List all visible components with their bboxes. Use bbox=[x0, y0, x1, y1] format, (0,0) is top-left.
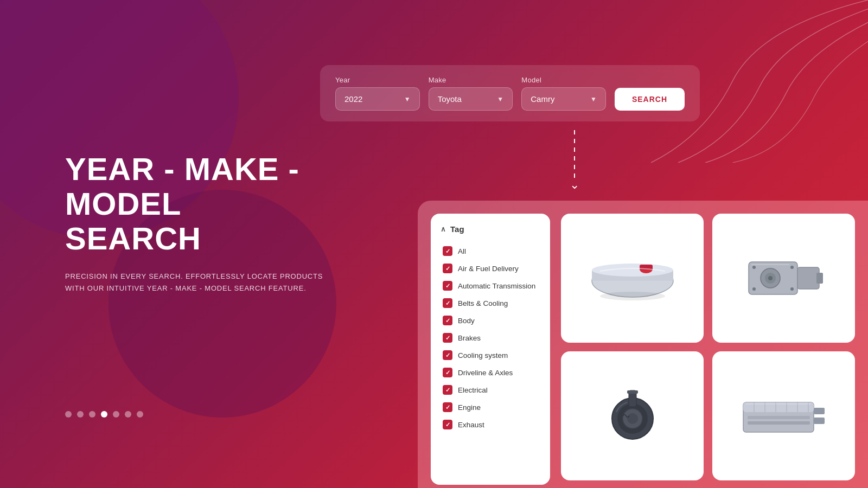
svg-point-13 bbox=[752, 287, 756, 291]
tag-label-driveline: Driveline & Axles bbox=[458, 369, 513, 377]
arrow-down-icon: ⌄ bbox=[570, 178, 579, 192]
make-select[interactable]: Toyota ▼ bbox=[429, 87, 513, 111]
right-panel: ∧ Tag All Air & Fuel Delivery Automatic … bbox=[418, 201, 868, 488]
tag-label-brakes: Brakes bbox=[458, 334, 481, 342]
year-label: Year bbox=[335, 76, 420, 84]
svg-rect-21 bbox=[627, 390, 638, 394]
fuel-tank-image bbox=[561, 214, 704, 343]
svg-rect-31 bbox=[814, 418, 825, 424]
tag-item-driveline[interactable]: Driveline & Axles bbox=[441, 364, 540, 381]
make-field-group: Make Toyota ▼ bbox=[429, 76, 513, 111]
product-card-thermostat[interactable] bbox=[561, 351, 704, 480]
tag-item-brakes[interactable]: Brakes bbox=[441, 329, 540, 346]
hero-title-line2: SEARCH bbox=[65, 221, 201, 256]
tag-checkbox-engine[interactable] bbox=[443, 402, 452, 412]
tag-item-cooling[interactable]: Cooling system bbox=[441, 346, 540, 364]
svg-rect-33 bbox=[748, 421, 810, 425]
year-value: 2022 bbox=[344, 94, 362, 104]
svg-point-14 bbox=[790, 287, 794, 291]
tag-item-air-fuel[interactable]: Air & Fuel Delivery bbox=[441, 260, 540, 277]
svg-rect-30 bbox=[814, 408, 825, 414]
tag-item-all[interactable]: All bbox=[441, 242, 540, 260]
hero-title: YEAR - MAKE - MODEL SEARCH bbox=[65, 152, 380, 255]
dot-4[interactable] bbox=[101, 411, 107, 418]
tag-item-engine[interactable]: Engine bbox=[441, 399, 540, 416]
product-cards-grid bbox=[561, 214, 855, 480]
tag-checkbox-electrical[interactable] bbox=[443, 385, 452, 395]
tag-checkbox-air-fuel[interactable] bbox=[443, 264, 452, 273]
dot-1[interactable] bbox=[65, 411, 72, 418]
tag-item-body[interactable]: Body bbox=[441, 312, 540, 329]
tag-label-air-fuel: Air & Fuel Delivery bbox=[458, 265, 519, 273]
model-field-group: Model Camry ▼ bbox=[521, 76, 606, 111]
product-card-battery[interactable] bbox=[712, 351, 855, 480]
tag-label-belts: Belts & Cooling bbox=[458, 299, 508, 307]
tag-item-auto-trans[interactable]: Automatic Transmission bbox=[441, 277, 540, 294]
hero-title-line1: YEAR - MAKE - MODEL bbox=[65, 151, 299, 221]
tag-label-exhaust: Exhaust bbox=[458, 421, 484, 429]
year-select[interactable]: 2022 ▼ bbox=[335, 87, 420, 111]
dot-6[interactable] bbox=[125, 411, 131, 418]
tag-item-electrical[interactable]: Electrical bbox=[441, 381, 540, 399]
hero-content: YEAR - MAKE - MODEL SEARCH PRECISION IN … bbox=[65, 152, 380, 295]
tag-header-label: Tag bbox=[450, 224, 464, 234]
model-value: Camry bbox=[531, 94, 554, 104]
search-panel: Year 2022 ▼ Make Toyota ▼ Model Camry ▼ … bbox=[320, 65, 700, 121]
tag-filter-panel: ∧ Tag All Air & Fuel Delivery Automatic … bbox=[431, 214, 550, 485]
tag-checkbox-auto-trans[interactable] bbox=[443, 281, 452, 291]
tag-checkbox-exhaust[interactable] bbox=[443, 420, 452, 429]
tag-label-body: Body bbox=[458, 317, 475, 325]
year-chevron-icon: ▼ bbox=[404, 95, 411, 103]
tag-checkbox-driveline[interactable] bbox=[443, 368, 452, 377]
tag-header[interactable]: ∧ Tag bbox=[441, 224, 540, 234]
dot-3[interactable] bbox=[89, 411, 95, 418]
svg-rect-32 bbox=[748, 416, 810, 419]
thermostat-svg bbox=[608, 386, 657, 446]
svg-point-11 bbox=[752, 266, 756, 269]
tag-checkbox-cooling[interactable] bbox=[443, 350, 452, 360]
make-label: Make bbox=[429, 76, 513, 84]
hero-description: PRECISION IN EVERY SEARCH. EFFORTLESSLY … bbox=[65, 271, 326, 294]
tag-checkbox-brakes[interactable] bbox=[443, 333, 452, 343]
tag-item-belts[interactable]: Belts & Cooling bbox=[441, 294, 540, 312]
tag-checkbox-belts[interactable] bbox=[443, 298, 452, 308]
dashed-line bbox=[574, 130, 575, 179]
battery-image bbox=[712, 351, 855, 480]
model-chevron-icon: ▼ bbox=[590, 95, 597, 103]
svg-point-19 bbox=[627, 413, 638, 424]
year-field-group: Year 2022 ▼ bbox=[335, 76, 420, 111]
pagination bbox=[65, 411, 143, 418]
dot-2[interactable] bbox=[77, 411, 84, 418]
product-card-fuel-tank[interactable] bbox=[561, 214, 704, 343]
tag-label-cooling: Cooling system bbox=[458, 351, 508, 359]
product-card-transmission[interactable] bbox=[712, 214, 855, 343]
transmission-image bbox=[712, 214, 855, 343]
tag-label-all: All bbox=[458, 247, 466, 255]
svg-point-12 bbox=[790, 266, 794, 269]
tag-item-exhaust[interactable]: Exhaust bbox=[441, 416, 540, 433]
make-value: Toyota bbox=[438, 94, 462, 104]
thermostat-image bbox=[561, 351, 704, 480]
dot-5[interactable] bbox=[113, 411, 119, 418]
dot-7[interactable] bbox=[137, 411, 143, 418]
battery-svg bbox=[738, 391, 830, 440]
fuel-tank-svg bbox=[589, 254, 676, 303]
model-label: Model bbox=[521, 76, 606, 84]
tag-label-electrical: Electrical bbox=[458, 386, 488, 394]
scroll-arrow: ⌄ bbox=[570, 130, 579, 192]
transmission-svg bbox=[741, 254, 827, 303]
svg-point-5 bbox=[600, 292, 665, 300]
tag-label-auto-trans: Automatic Transmission bbox=[458, 282, 535, 290]
model-select[interactable]: Camry ▼ bbox=[521, 87, 606, 111]
make-chevron-icon: ▼ bbox=[497, 95, 503, 103]
svg-rect-15 bbox=[816, 273, 823, 284]
svg-rect-7 bbox=[797, 267, 819, 289]
svg-point-10 bbox=[768, 276, 773, 280]
tag-chevron-up-icon: ∧ bbox=[441, 225, 446, 233]
tag-checkbox-all[interactable] bbox=[443, 246, 452, 256]
search-fields: Year 2022 ▼ Make Toyota ▼ Model Camry ▼ … bbox=[335, 76, 685, 111]
search-button[interactable]: SEARCH bbox=[615, 88, 685, 111]
tag-checkbox-body[interactable] bbox=[443, 316, 452, 325]
tag-label-engine: Engine bbox=[458, 403, 481, 412]
